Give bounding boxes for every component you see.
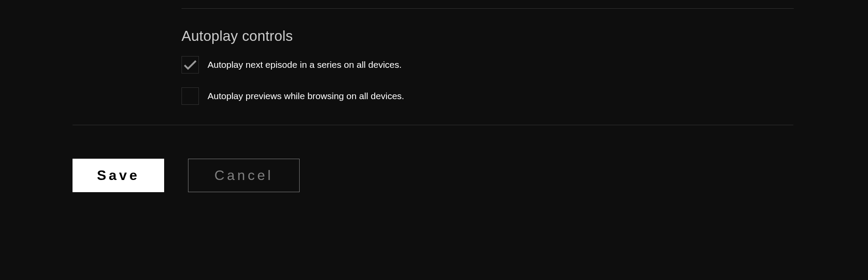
checkmark-icon — [184, 60, 197, 70]
checkbox-row-autoplay-next: Autoplay next episode in a series on all… — [182, 56, 789, 73]
autoplay-section: Autoplay controls Autoplay next episode … — [182, 0, 789, 105]
checkbox-label-autoplay-next: Autoplay next episode in a series on all… — [208, 60, 402, 70]
section-heading-autoplay: Autoplay controls — [182, 28, 789, 44]
checkbox-row-autoplay-previews: Autoplay previews while browsing on all … — [182, 87, 789, 105]
divider-top — [182, 8, 794, 9]
divider-bottom — [73, 125, 793, 125]
checkbox-label-autoplay-previews: Autoplay previews while browsing on all … — [208, 91, 404, 101]
checkbox-autoplay-next[interactable] — [182, 56, 199, 73]
cancel-button[interactable]: Cancel — [188, 159, 300, 192]
checkbox-autoplay-previews[interactable] — [182, 87, 199, 105]
action-buttons: Save Cancel — [73, 159, 300, 192]
save-button[interactable]: Save — [73, 159, 164, 192]
